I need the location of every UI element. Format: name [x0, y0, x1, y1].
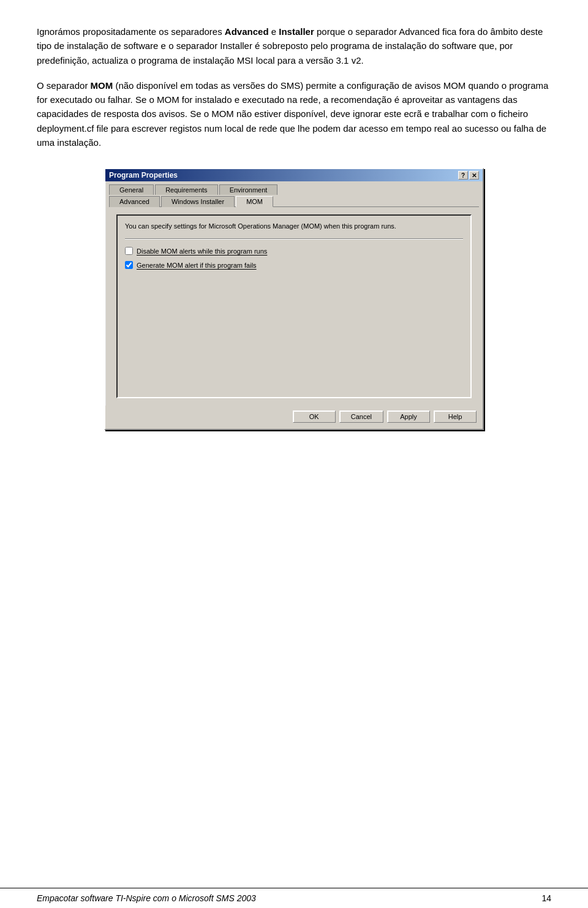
tab-advanced[interactable]: Advanced	[109, 196, 160, 207]
dialog-wrapper: Program Properties ? ✕ General Requireme…	[37, 168, 551, 430]
tab-requirements[interactable]: Requirements	[155, 184, 217, 195]
generate-mom-alert-checkbox[interactable]	[125, 261, 133, 269]
close-titlebar-button[interactable]: ✕	[469, 171, 479, 180]
dialog-footer: OK Cancel Apply Help	[105, 406, 483, 429]
tab-general[interactable]: General	[109, 184, 154, 195]
ok-button[interactable]: OK	[293, 410, 336, 423]
paragraph-1: Ignorámos propositadamente os separadore…	[37, 25, 551, 67]
dialog-separator	[125, 238, 463, 240]
apply-button[interactable]: Apply	[387, 410, 430, 423]
titlebar-buttons: ? ✕	[458, 171, 479, 180]
dialog-body: You can specify settings for Microsoft O…	[109, 206, 479, 406]
page-footer: Empacotar software TI-Nspire com o Micro…	[0, 888, 588, 908]
disable-mom-alerts-checkbox[interactable]	[125, 247, 133, 255]
dialog-title: Program Properties	[109, 171, 178, 180]
dialog-description-text: You can specify settings for Microsoft O…	[125, 222, 463, 231]
tab-row-1: General Requirements Environment	[109, 184, 479, 194]
program-properties-dialog: Program Properties ? ✕ General Requireme…	[104, 168, 484, 430]
help-button[interactable]: Help	[434, 410, 477, 423]
checkbox-row-1[interactable]: Disable MOM alerts while this program ru…	[125, 247, 463, 255]
checkbox-row-2[interactable]: Generate MOM alert if this program fails	[125, 261, 463, 269]
tabs-area: General Requirements Environment Advance…	[105, 181, 483, 206]
tab-windows-installer[interactable]: Windows Installer	[161, 196, 235, 207]
tab-environment[interactable]: Environment	[219, 184, 278, 195]
dialog-inner-content: You can specify settings for Microsoft O…	[116, 214, 472, 398]
dialog-titlebar: Program Properties ? ✕	[105, 169, 483, 181]
help-titlebar-button[interactable]: ?	[458, 171, 468, 180]
paragraph-2: O separador MOM (não disponível em todas…	[37, 78, 551, 149]
tab-mom[interactable]: MOM	[236, 196, 273, 207]
footer-text: Empacotar software TI-Nspire com o Micro…	[37, 893, 256, 903]
cancel-button[interactable]: Cancel	[339, 410, 383, 423]
footer-page-number: 14	[541, 893, 551, 903]
generate-mom-alert-label: Generate MOM alert if this program fails	[137, 262, 257, 269]
disable-mom-alerts-label: Disable MOM alerts while this program ru…	[137, 248, 267, 255]
tab-row-2: Advanced Windows Installer MOM	[109, 195, 479, 206]
